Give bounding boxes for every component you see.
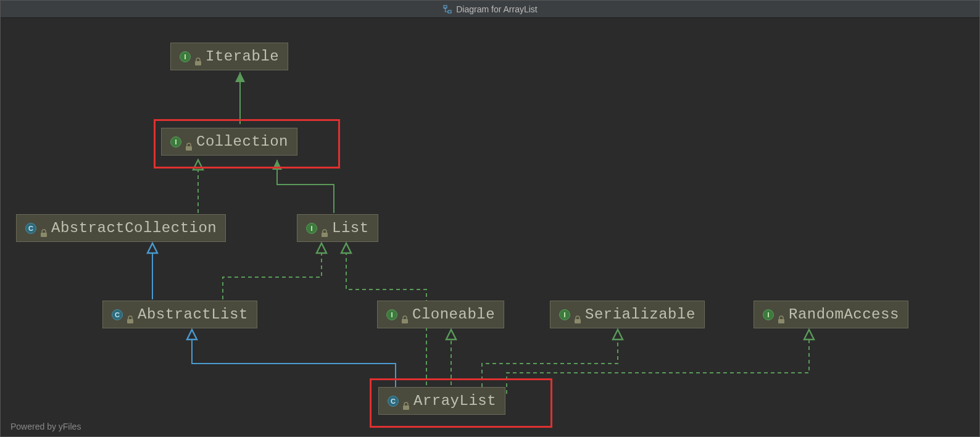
diagram-icon <box>442 4 452 14</box>
class-icon: C <box>25 223 36 234</box>
node-label: AbstractList <box>138 306 248 323</box>
svg-rect-5 <box>322 233 328 237</box>
node-label: RandomAccess <box>789 306 899 323</box>
interface-icon: I <box>386 309 397 320</box>
interface-icon: I <box>170 136 181 148</box>
node-list[interactable]: I List <box>297 214 378 242</box>
node-label: Serializable <box>585 306 696 323</box>
node-abstract-collection[interactable]: C AbstractCollection <box>16 214 226 242</box>
node-cloneable[interactable]: I Cloneable <box>377 301 504 328</box>
lock-icon <box>321 224 328 233</box>
class-icon: C <box>388 396 399 407</box>
svg-rect-10 <box>403 406 409 410</box>
svg-rect-6 <box>127 319 133 323</box>
class-icon: C <box>112 309 123 320</box>
lock-icon <box>402 397 410 406</box>
lock-icon <box>127 310 134 319</box>
interface-icon: I <box>559 309 570 320</box>
node-serializable[interactable]: I Serializable <box>550 301 705 328</box>
node-label: AbstractCollection <box>51 220 217 236</box>
svg-rect-1 <box>448 10 451 13</box>
lock-icon <box>401 310 409 319</box>
node-label: Iterable <box>206 48 279 65</box>
lock-icon <box>194 52 202 61</box>
node-label: Collection <box>196 133 288 150</box>
node-arraylist[interactable]: C ArrayList <box>378 387 505 415</box>
footer-credit: Powered by yFiles <box>10 422 81 431</box>
node-random-access[interactable]: I RandomAccess <box>754 301 908 328</box>
lock-icon <box>185 138 193 146</box>
svg-rect-3 <box>186 146 192 151</box>
svg-rect-7 <box>402 319 408 323</box>
title-bar: Diagram for ArrayList <box>1 1 979 18</box>
interface-icon: I <box>306 223 317 234</box>
lock-icon <box>40 224 48 233</box>
svg-rect-8 <box>575 319 581 323</box>
lock-icon <box>778 310 785 319</box>
svg-rect-2 <box>195 61 201 65</box>
svg-rect-4 <box>41 233 47 237</box>
node-abstract-list[interactable]: C AbstractList <box>102 301 257 328</box>
node-label: List <box>332 220 369 236</box>
node-label: Cloneable <box>412 306 495 323</box>
svg-rect-9 <box>778 319 784 323</box>
interface-icon: I <box>763 309 774 320</box>
lock-icon <box>574 310 581 319</box>
interface-icon: I <box>180 51 191 62</box>
diagram-canvas[interactable]: I Iterable I Collection C AbstractCollec… <box>1 18 979 436</box>
node-label: ArrayList <box>413 393 496 409</box>
title-text: Diagram for ArrayList <box>456 4 537 14</box>
node-collection[interactable]: I Collection <box>161 128 297 156</box>
node-iterable[interactable]: I Iterable <box>170 43 288 70</box>
